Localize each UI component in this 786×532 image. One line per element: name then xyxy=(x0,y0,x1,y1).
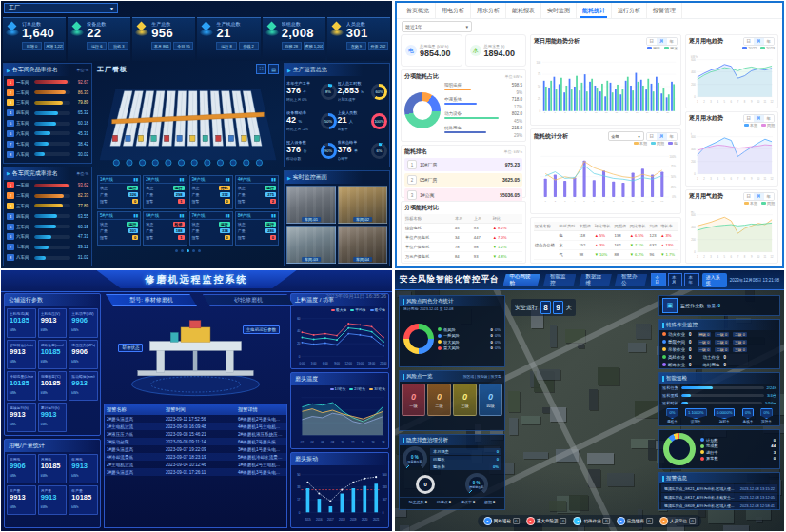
seg-月[interactable]: 月 xyxy=(754,115,764,122)
seg-月[interactable]: 月 xyxy=(657,38,667,45)
tab-8[interactable]: 报警管理 xyxy=(647,3,682,18)
camera-tile[interactable]: 车间-03 xyxy=(286,226,336,264)
seg-年[interactable]: 年 xyxy=(764,115,775,122)
seg-月[interactable]: 月 xyxy=(754,193,764,200)
camera-icon[interactable]: ▣ xyxy=(662,298,678,313)
risk-card-二级[interactable]: 0二级 xyxy=(427,384,451,416)
alarm-row[interactable]: 1#主电机过流2023-09-08 16:09:484#修磨机1号主电机电流18… xyxy=(105,423,286,430)
tab-5[interactable]: 实时监测 xyxy=(541,3,577,18)
map-legend-特殊作业[interactable]: ●特殊作业0 xyxy=(574,517,610,525)
map-legend-icon: ● xyxy=(574,517,582,525)
camera-caption: 车间-04 xyxy=(353,257,372,262)
seg-年[interactable]: 年 xyxy=(764,193,775,200)
model-tab-2[interactable]: 砂轮修磨机 xyxy=(203,294,294,306)
line-status-card[interactable]: 2#产线▮▮状态运行产量298报警1 xyxy=(143,175,187,209)
tab-4[interactable]: 能耗报表 xyxy=(506,3,541,18)
tab-2[interactable]: 用电分析 xyxy=(436,3,471,18)
donut-legend-item[interactable]: 照明插座598.59% xyxy=(444,83,522,95)
pagination-dot[interactable] xyxy=(187,249,189,252)
line-status-card[interactable]: 7#产线▮▮状态运行产量334报警0 xyxy=(189,211,233,246)
risk-card-一级[interactable]: 0一级 xyxy=(402,384,425,416)
donut-legend-item[interactable]: 空调系统718.017% xyxy=(444,97,522,109)
nav-4[interactable]: 智慧办公 xyxy=(615,274,647,286)
alarm-row[interactable]: 2#主电机过流2023-09-04 10:12:461#修磨机2号主电机电流18… xyxy=(105,461,286,468)
seg-日[interactable]: 日 xyxy=(647,38,658,45)
line-status-card[interactable]: 3#产线▮▮状态待机产量312报警0 xyxy=(189,175,233,209)
alert-row[interactable]: 视频监控点_GK17_AI行为分析-未戴安全帽报警2023-12-08 13:1… xyxy=(661,493,777,501)
date-range-select[interactable]: 最近1年 ▾ xyxy=(402,21,472,32)
seg-日[interactable]: 日 xyxy=(744,193,755,200)
legend-name: 计划数 xyxy=(706,438,718,443)
rank-row[interactable]: 110#厂房975.23 xyxy=(404,158,522,171)
risk-card-四级[interactable]: 0四级 xyxy=(479,384,502,416)
alarm-row[interactable]: 2#振动超限2023-09-08 09:11:146#修磨机2号磨头振动4.8m… xyxy=(105,438,286,445)
time-tab-本年[interactable]: 本年 xyxy=(684,273,699,286)
tab-6[interactable]: 能耗统计 xyxy=(577,3,612,18)
alarm-row[interactable]: 4#冷却流量低2023-09-07 18:23:195#修磨机冷却水流量12L/… xyxy=(105,453,286,461)
work-row: 高处作业0动土作业0 xyxy=(659,353,779,361)
model-tab-1[interactable]: 型号: 棒材修磨机 xyxy=(106,294,197,306)
seg-日[interactable]: 日 xyxy=(744,38,755,45)
factory-select[interactable]: 工厂 ▾ xyxy=(4,3,118,13)
hazard-value: 0 xyxy=(497,449,499,454)
svg-text:3:00: 3:00 xyxy=(311,362,317,365)
layout-icon[interactable]: ▤ xyxy=(268,64,279,74)
pagination-dot[interactable] xyxy=(198,249,201,252)
line-status-card[interactable]: 8#产线▮▮状态运行产量286报警0 xyxy=(235,211,279,246)
tab-1[interactable]: 首页概览 xyxy=(401,3,436,18)
tab-3[interactable]: 用水分析 xyxy=(471,3,506,18)
svg-text:18: 18 xyxy=(382,441,385,444)
camera-tile[interactable]: 车间-02 xyxy=(338,186,387,224)
alarm-row[interactable]: 3#磨头温度高2023-09-01 17:26:114#修磨机3号磨头电机温度6… xyxy=(105,468,286,476)
rank-value: 38.42 xyxy=(72,142,88,147)
pagination-dot[interactable] xyxy=(181,249,184,252)
rank-no: 1 xyxy=(407,160,417,169)
nav-2[interactable]: 智能监控 xyxy=(543,274,576,286)
map-legend-网格巡检[interactable]: ●网格巡检0 xyxy=(483,517,520,525)
tab-7[interactable]: 运行分析 xyxy=(612,3,647,18)
donut-legend-item[interactable]: 动力设备802.045% xyxy=(444,111,522,124)
time-tab-今日[interactable]: 今日 xyxy=(651,273,666,286)
map-legend-重大危险源[interactable]: ●重大危险源0 xyxy=(526,517,567,525)
pagination-dot[interactable] xyxy=(175,249,178,252)
line-status-card[interactable]: 5#产线▮▮状态运行产量301报警0 xyxy=(97,211,141,246)
map-legend-人员定位[interactable]: ●人员定位0 xyxy=(659,517,696,525)
alarm-row[interactable]: 1#磨头温度高2023-09-07 19:22:093#修磨机1号磨头电机温度6… xyxy=(105,445,286,453)
ring-percent: 6% xyxy=(374,146,384,156)
line-card-key: 报警 xyxy=(146,235,153,240)
camera-tile[interactable]: 车间-04 xyxy=(338,226,387,264)
seg-月[interactable]: 月 xyxy=(754,38,764,45)
camera-tile[interactable]: 车间-01 xyxy=(286,186,336,224)
seg-年[interactable]: 年 xyxy=(764,38,775,45)
line-status-card[interactable]: 4#产线▮▮状态运行产量275报警2 xyxy=(235,175,279,209)
seg-年[interactable]: 年 xyxy=(667,133,678,140)
rank-value: 31.02 xyxy=(72,255,88,260)
time-tab-本月[interactable]: 本月 xyxy=(668,273,683,286)
rank-row[interactable]: 205#厂房3625.05 xyxy=(404,173,522,187)
machine-3d-view[interactable]: 研磨状态主电机运行参数 xyxy=(104,308,287,402)
risk-card-三级[interactable]: 0三级 xyxy=(453,384,477,416)
alert-row[interactable]: 视频监控点_GK21_AI行为分析-区域入侵报警(东门)2023-12-08 1… xyxy=(661,484,777,492)
nav-1[interactable]: 中心驾驶舱 xyxy=(503,274,541,286)
line-status-card[interactable]: 6#产线▮▮状态检修产量188报警1 xyxy=(143,211,187,246)
work-dot xyxy=(662,363,666,366)
line-status-card[interactable]: 1#产线▮▮状态运行产量326报警0 xyxy=(97,175,141,209)
seg-月[interactable]: 月 xyxy=(657,133,667,140)
legend-value: 0 xyxy=(774,456,776,461)
seg-年[interactable]: 年 xyxy=(667,38,678,45)
enter-system-button[interactable]: 进入系统 xyxy=(702,273,727,287)
fullscreen-icon[interactable]: ⛶ xyxy=(256,64,266,74)
nav-3[interactable]: 数据运维 xyxy=(579,274,611,286)
seg-日[interactable]: 日 xyxy=(744,115,755,122)
seg-日[interactable]: 日 xyxy=(647,133,658,140)
alarm-row[interactable]: 2#磨头温度高2023-09-11 17:52:566#修磨机2号磨头电机温度6… xyxy=(105,415,286,423)
donut-legend-item[interactable]: 特殊用电215.029% xyxy=(444,126,522,138)
alarm-row[interactable]: 3#液压压力低2023-09-08 15:46:212#修磨机液压系统压力3.2… xyxy=(105,430,286,438)
pagination-dot[interactable] xyxy=(192,249,195,252)
alert-row[interactable]: 视频监控点_GK09_AI行为分析-区域入侵报警(仓库)2023-12-08 1… xyxy=(661,502,777,509)
area-select[interactable]: 全部▾ xyxy=(608,131,644,141)
map-legend-应急物资[interactable]: ●应急物资0 xyxy=(617,517,653,525)
factory-3d-view[interactable] xyxy=(95,75,281,174)
rank-row[interactable]: 31#公寓55036.05 xyxy=(404,188,522,202)
table-row: 万元产值电耗8493▼ 4.8% xyxy=(404,252,522,262)
